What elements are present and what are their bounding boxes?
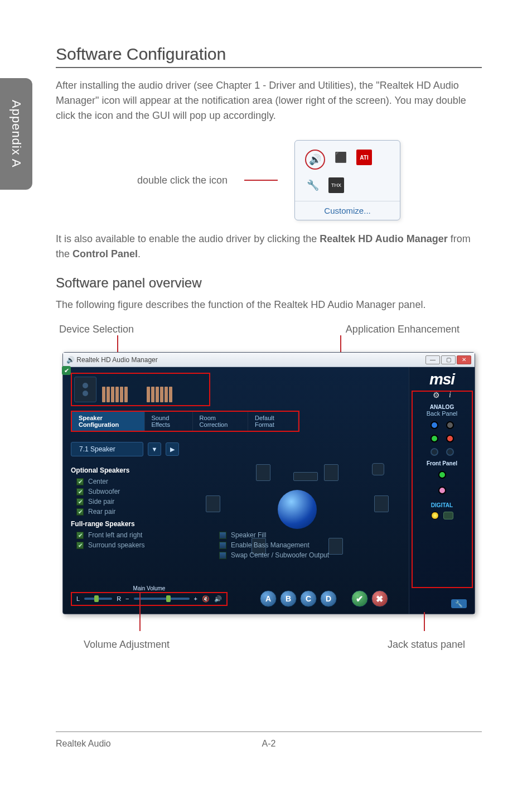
minimize-button[interactable]: — bbox=[425, 355, 440, 364]
front-jack-pink[interactable] bbox=[438, 487, 446, 494]
jack-dark[interactable] bbox=[431, 448, 438, 456]
callout-device-selection: Device Selection bbox=[59, 324, 134, 335]
back-panel-jacks bbox=[414, 421, 470, 456]
page-footer: Realtek Audio A-2 bbox=[56, 731, 482, 749]
jack-dark2[interactable] bbox=[446, 448, 454, 456]
balance-r-label: R bbox=[117, 595, 121, 602]
rca-device-thumb-2[interactable] bbox=[147, 377, 186, 402]
callout-app-enhancement: Application Enhancement bbox=[346, 324, 460, 335]
app-main-area: ✔ Speaker Configuration Sound bbox=[63, 367, 409, 614]
volume-slider[interactable] bbox=[134, 598, 190, 600]
speaker-fr-icon[interactable] bbox=[324, 464, 338, 481]
jack-green[interactable] bbox=[431, 435, 438, 442]
opt-side-pair[interactable]: ✔Side pair bbox=[76, 498, 182, 506]
checkbox-icon[interactable]: ✔ bbox=[76, 498, 84, 506]
speaker-sr-icon[interactable] bbox=[374, 495, 389, 512]
opt-subwoofer[interactable]: ✔Subwoofer bbox=[76, 488, 182, 495]
tray-popup: 🔊 ⬛ ATI 🔧 THX Customize... bbox=[294, 140, 400, 220]
tab-sound-effects[interactable]: Sound Effects bbox=[145, 412, 193, 431]
speaker-device-thumb[interactable] bbox=[74, 377, 96, 402]
window-titlebar: 🔊 Realtek HD Audio Manager — ▢ ✕ bbox=[63, 353, 475, 367]
checkbox-icon[interactable]: ✔ bbox=[76, 488, 84, 495]
maximize-button[interactable]: ▢ bbox=[441, 355, 456, 364]
opt-bass-management[interactable]: Enable Bass Management bbox=[219, 541, 336, 549]
callout-volume-adjustment: Volume Adjustment bbox=[84, 639, 170, 651]
front-panel-label: Front Panel bbox=[414, 460, 470, 466]
preset-c-button[interactable]: C bbox=[300, 590, 317, 607]
window-buttons: — ▢ ✕ bbox=[425, 355, 471, 364]
opt-swap-center[interactable]: Swap Center / Subwoofer Output bbox=[219, 551, 336, 559]
tool-tray-icon[interactable]: 🔧 bbox=[305, 177, 321, 193]
bottom-callout-row: Volume Adjustment Jack status panel bbox=[56, 639, 482, 651]
preset-pill-row: A B C D ✔ ✖ bbox=[260, 590, 388, 607]
speaker-fl-icon[interactable] bbox=[256, 464, 270, 481]
sound-icon[interactable]: 🔊 bbox=[214, 595, 222, 603]
jack-red[interactable] bbox=[446, 435, 454, 442]
opt-center[interactable]: ✔Center bbox=[76, 478, 182, 485]
realtek-audio-tray-icon[interactable]: 🔊 bbox=[305, 150, 325, 170]
realtek-panel-screenshot: 🔊 Realtek HD Audio Manager — ▢ ✕ ✔ bbox=[62, 352, 475, 614]
preset-a-button[interactable]: A bbox=[260, 590, 277, 607]
preset-d-button[interactable]: D bbox=[320, 590, 337, 607]
tab-default-format[interactable]: Default Format bbox=[248, 412, 298, 431]
mute-icon[interactable]: 🔇 bbox=[202, 595, 210, 603]
optional-speakers-heading: Optional Speakers bbox=[71, 466, 182, 474]
main-volume-label: Main Volume bbox=[133, 585, 166, 591]
footer-page-number: A-2 bbox=[262, 739, 276, 749]
jack-blue[interactable] bbox=[431, 421, 438, 429]
opt-front-lr[interactable]: ✔Front left and right bbox=[76, 531, 182, 539]
opt-rear-pair[interactable]: ✔Rear pair bbox=[76, 508, 182, 516]
wrench-button[interactable]: 🔧 bbox=[451, 599, 467, 608]
tray-customize-link[interactable]: Customize... bbox=[295, 201, 400, 215]
rca-device-thumb[interactable] bbox=[102, 377, 141, 402]
spdif-jack[interactable] bbox=[443, 512, 453, 519]
plus-icon[interactable]: + bbox=[194, 595, 197, 602]
jack-gray[interactable] bbox=[446, 421, 454, 429]
checkbox-icon[interactable] bbox=[219, 532, 226, 539]
info-icon[interactable]: i bbox=[449, 391, 451, 399]
checkbox-icon[interactable] bbox=[219, 552, 226, 559]
tab-room-correction[interactable]: Room Correction bbox=[193, 412, 248, 431]
enable-text-1: It is also available to enable the audio… bbox=[56, 233, 320, 244]
test-play-button[interactable]: ▶ bbox=[166, 442, 179, 456]
analog-label: ANALOG bbox=[414, 404, 470, 410]
front-jack-green[interactable] bbox=[438, 471, 446, 479]
extra-options-column: Speaker Fill Enable Bass Management Swap… bbox=[214, 529, 336, 561]
enable-paragraph: It is also available to enable the audio… bbox=[56, 232, 482, 262]
callout-line bbox=[244, 180, 278, 181]
speaker-sub-icon[interactable] bbox=[372, 463, 384, 475]
gear-icon[interactable]: ⚙ bbox=[433, 391, 440, 399]
opt-speaker-fill[interactable]: Speaker Fill bbox=[219, 531, 336, 539]
panel-description: The following figure describes the funct… bbox=[56, 297, 482, 312]
minus-icon[interactable]: − bbox=[125, 595, 129, 602]
speaker-center-icon[interactable] bbox=[293, 472, 318, 481]
dropdown-button[interactable]: ▼ bbox=[148, 442, 161, 456]
speaker-sl-icon[interactable] bbox=[206, 495, 220, 512]
checkbox-icon[interactable] bbox=[219, 542, 226, 549]
balance-slider[interactable] bbox=[84, 598, 112, 600]
side-tab: Appendix A bbox=[0, 78, 32, 190]
cancel-button[interactable]: ✖ bbox=[371, 590, 388, 607]
bottom-bar: Main Volume L R − + 🔇 🔊 A B C bbox=[71, 590, 336, 607]
digital-jacks bbox=[414, 512, 470, 519]
checkbox-icon[interactable]: ✔ bbox=[76, 478, 84, 485]
balance-l-label: L bbox=[76, 595, 80, 602]
globe-icon bbox=[278, 490, 317, 529]
opt-surround[interactable]: ✔Surround speakers bbox=[76, 541, 182, 549]
thx-tray-icon[interactable]: THX bbox=[328, 177, 344, 193]
top-callout-lines bbox=[56, 335, 482, 352]
preset-b-button[interactable]: B bbox=[280, 590, 297, 607]
tab-speaker-configuration[interactable]: Speaker Configuration bbox=[72, 412, 145, 431]
checkbox-icon[interactable]: ✔ bbox=[76, 508, 84, 516]
close-button[interactable]: ✕ bbox=[457, 355, 471, 364]
ati-tray-icon[interactable]: ATI bbox=[356, 150, 372, 165]
ok-button[interactable]: ✔ bbox=[351, 590, 368, 607]
device-active-check-icon: ✔ bbox=[62, 366, 71, 375]
optical-jack[interactable] bbox=[431, 512, 439, 519]
speaker-config-select[interactable]: 7.1 Speaker bbox=[71, 442, 143, 456]
checkbox-icon[interactable]: ✔ bbox=[76, 542, 84, 549]
tray-icon-grid: 🔊 ⬛ ATI 🔧 THX bbox=[295, 145, 400, 201]
nvidia-tray-icon[interactable]: ⬛ bbox=[333, 150, 349, 165]
device-selection-box[interactable]: ✔ bbox=[71, 373, 210, 406]
checkbox-icon[interactable]: ✔ bbox=[76, 532, 84, 539]
